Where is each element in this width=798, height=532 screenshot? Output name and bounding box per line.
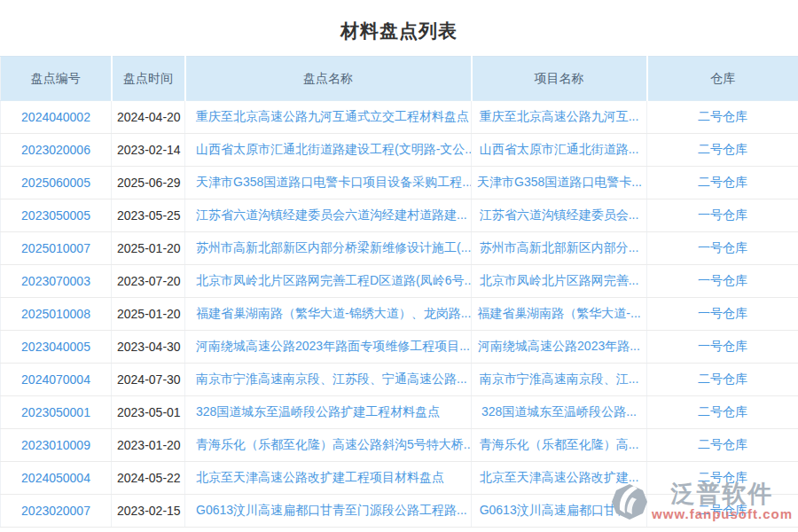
warehouse-link[interactable]: 二号仓库 xyxy=(698,372,747,386)
inventory-id-cell: 2023040005 xyxy=(1,331,112,364)
inventory-date-cell: 2023-01-20 xyxy=(112,429,185,462)
table-row: 2023050001 2023-05-01 328国道城东至温峤段公路扩建工程材… xyxy=(1,396,798,429)
project-name-cell: 山西省太原市汇通北街道路... xyxy=(472,134,647,167)
warehouse-link[interactable]: 二号仓库 xyxy=(698,175,747,189)
project-name-cell: 福建省巢湖南路（繁华大道-... xyxy=(472,298,647,331)
warehouse-cell: 一号仓库 xyxy=(647,298,798,331)
warehouse-cell: 二号仓库 xyxy=(647,167,798,200)
inventory-name-cell: G0613汶川高速扁都口甘青至门源段公路工程路... xyxy=(185,495,472,528)
project-name-link[interactable]: G0613汶川高速扁都口甘青... xyxy=(480,503,639,517)
warehouse-cell: 二号仓库 xyxy=(647,396,798,429)
inventory-name-link[interactable]: 山西省太原市汇通北街道路建设工程(文明路-文公... xyxy=(196,142,472,156)
inventory-name-link[interactable]: 重庆至北京高速公路九河互通式立交工程材料盘点 xyxy=(196,109,469,123)
inventory-name-link[interactable]: G0613汶川高速扁都口甘青至门源段公路工程路... xyxy=(196,503,467,517)
inventory-name-cell: 苏州市高新北部新区内部分桥梁新维修设计施工(... xyxy=(185,232,472,265)
inventory-date-cell: 2025-01-20 xyxy=(112,298,185,331)
inventory-name-cell: 328国道城东至温峤段公路扩建工程材料盘点 xyxy=(185,396,472,429)
warehouse-link[interactable]: 二号仓库 xyxy=(698,470,747,484)
inventory-name-link[interactable]: 北京至天津高速公路改扩建工程项目材料盘点 xyxy=(196,470,444,484)
warehouse-link[interactable]: 二号仓库 xyxy=(698,109,747,123)
project-name-link[interactable]: 北京市凤岭北片区路网完善... xyxy=(480,273,639,287)
warehouse-link[interactable]: 二号仓库 xyxy=(698,404,747,419)
inventory-id-link[interactable]: 2025010007 xyxy=(21,241,90,255)
column-header-project-name: 项目名称 xyxy=(472,57,647,101)
warehouse-cell: 二号仓库 xyxy=(647,134,798,167)
warehouse-link[interactable]: 一号仓库 xyxy=(698,339,747,353)
warehouse-link[interactable]: 一号仓库 xyxy=(698,306,747,320)
inventory-id-link[interactable]: 2024050004 xyxy=(21,471,90,485)
project-name-link[interactable]: 328国道城东至温峤段公路... xyxy=(481,404,637,419)
inventory-date-cell: 2023-02-14 xyxy=(112,134,185,167)
project-name-link[interactable]: 河南绕城高速公路2023年路... xyxy=(478,339,640,353)
inventory-name-cell: 河南绕城高速公路2023年路面专项维修工程项目... xyxy=(185,331,472,364)
inventory-id-link[interactable]: 2023070003 xyxy=(21,274,90,288)
inventory-id-cell: 2024050004 xyxy=(1,462,112,495)
inventory-name-cell: 北京至天津高速公路改扩建工程项目材料盘点 xyxy=(185,462,472,495)
material-inventory-table: 盘点编号 盘点时间 盘点名称 项目名称 仓库 2024040002 2024-0… xyxy=(0,56,798,528)
inventory-name-link[interactable]: 青海乐化（乐都至化隆）高速公路斜沟5号特大桥... xyxy=(196,437,472,451)
project-name-link[interactable]: 天津市G358国道路口电警卡... xyxy=(477,175,642,189)
page-header: 材料盘点列表 xyxy=(0,0,798,56)
project-name-cell: 苏州市高新北部新区内部分... xyxy=(472,232,647,265)
project-name-link[interactable]: 山西省太原市汇通北街道路... xyxy=(480,142,639,156)
inventory-name-link[interactable]: 328国道城东至温峤段公路扩建工程材料盘点 xyxy=(196,404,440,419)
warehouse-cell: 二号仓库 xyxy=(647,364,798,396)
table-header: 盘点编号 盘点时间 盘点名称 项目名称 仓库 xyxy=(1,57,798,101)
inventory-id-link[interactable]: 2023010009 xyxy=(21,438,90,452)
project-name-cell: 北京至天津高速公路改扩建... xyxy=(472,462,647,495)
table-body: 2024040002 2024-04-20 重庆至北京高速公路九河互通式立交工程… xyxy=(1,101,798,528)
project-name-link[interactable]: 苏州市高新北部新区内部分... xyxy=(480,240,639,254)
table-row: 2023040005 2023-04-30 河南绕城高速公路2023年路面专项维… xyxy=(1,331,798,364)
inventory-id-link[interactable]: 2024070004 xyxy=(21,372,90,387)
inventory-name-link[interactable]: 北京市凤岭北片区路网完善工程D区道路(凤岭6号... xyxy=(196,273,472,287)
project-name-link[interactable]: 南京市宁淮高速南京段、江... xyxy=(480,372,639,386)
warehouse-cell: 一号仓库 xyxy=(647,232,798,265)
project-name-link[interactable]: 北京至天津高速公路改扩建... xyxy=(480,470,639,484)
table-row: 2023050005 2023-05-25 江苏省六道沟镇经建委员会六道沟经建村… xyxy=(1,200,798,232)
inventory-name-link[interactable]: 天津市G358国道路口电警卡口项目设备采购工程... xyxy=(196,175,472,189)
inventory-id-cell: 2023020007 xyxy=(1,495,112,528)
table-row: 2023020006 2023-02-14 山西省太原市汇通北街道路建设工程(文… xyxy=(1,134,798,167)
project-name-cell: 328国道城东至温峤段公路... xyxy=(472,396,647,429)
warehouse-cell: 一号仓库 xyxy=(647,331,798,364)
inventory-id-cell: 2023020006 xyxy=(1,134,112,167)
inventory-id-link[interactable]: 2023040005 xyxy=(21,340,90,354)
warehouse-link[interactable]: 一号仓库 xyxy=(698,207,747,222)
inventory-id-link[interactable]: 2023050005 xyxy=(21,208,90,223)
inventory-date-cell: 2023-05-25 xyxy=(112,200,185,232)
warehouse-cell: 一号仓库 xyxy=(647,200,798,232)
table-row: 2025010008 2025-01-20 福建省巢湖南路（繁华大道-锦绣大道）… xyxy=(1,298,798,331)
inventory-id-cell: 2025010008 xyxy=(1,298,112,331)
project-name-link[interactable]: 江苏省六道沟镇经建委员会... xyxy=(480,207,639,222)
warehouse-link[interactable]: 二号仓库 xyxy=(698,503,747,517)
inventory-id-link[interactable]: 2023020007 xyxy=(21,504,90,518)
warehouse-link[interactable]: 二号仓库 xyxy=(698,437,747,451)
project-name-link[interactable]: 福建省巢湖南路（繁华大道-... xyxy=(477,306,640,320)
inventory-id-link[interactable]: 2023020006 xyxy=(21,143,90,157)
warehouse-cell: 二号仓库 xyxy=(647,495,798,528)
inventory-name-cell: 山西省太原市汇通北街道路建设工程(文明路-文公... xyxy=(185,134,472,167)
table-row: 2023070003 2023-07-20 北京市凤岭北片区路网完善工程D区道路… xyxy=(1,265,798,298)
inventory-date-cell: 2023-07-20 xyxy=(112,265,185,298)
project-name-cell: G0613汶川高速扁都口甘青... xyxy=(472,495,647,528)
inventory-name-link[interactable]: 福建省巢湖南路（繁华大道-锦绣大道）、龙岗路... xyxy=(196,306,471,320)
inventory-date-cell: 2024-04-20 xyxy=(112,101,185,134)
inventory-id-link[interactable]: 2025060005 xyxy=(21,176,90,190)
inventory-name-link[interactable]: 苏州市高新北部新区内部分桥梁新维修设计施工(... xyxy=(196,240,471,254)
inventory-id-link[interactable]: 2025010008 xyxy=(21,307,90,321)
inventory-name-link[interactable]: 江苏省六道沟镇经建委员会六道沟经建村道路建... xyxy=(196,207,467,222)
project-name-link[interactable]: 重庆至北京高速公路九河互... xyxy=(480,109,639,123)
inventory-id-link[interactable]: 2024040002 xyxy=(21,110,90,124)
inventory-id-link[interactable]: 2023050001 xyxy=(21,405,90,419)
project-name-link[interactable]: 青海乐化（乐都至化隆）高... xyxy=(480,437,639,451)
warehouse-link[interactable]: 一号仓库 xyxy=(698,240,747,254)
inventory-name-cell: 南京市宁淮高速南京段、江苏段、宁通高速公路... xyxy=(185,364,472,396)
inventory-name-link[interactable]: 河南绕城高速公路2023年路面专项维修工程项目... xyxy=(196,339,470,353)
inventory-id-cell: 2024040002 xyxy=(1,101,112,134)
inventory-name-cell: 天津市G358国道路口电警卡口项目设备采购工程... xyxy=(185,167,472,200)
warehouse-link[interactable]: 一号仓库 xyxy=(698,273,747,287)
inventory-name-cell: 北京市凤岭北片区路网完善工程D区道路(凤岭6号... xyxy=(185,265,472,298)
table-row: 2023020007 2023-02-15 G0613汶川高速扁都口甘青至门源段… xyxy=(1,495,798,528)
warehouse-link[interactable]: 二号仓库 xyxy=(698,142,747,156)
inventory-name-link[interactable]: 南京市宁淮高速南京段、江苏段、宁通高速公路... xyxy=(196,372,467,386)
